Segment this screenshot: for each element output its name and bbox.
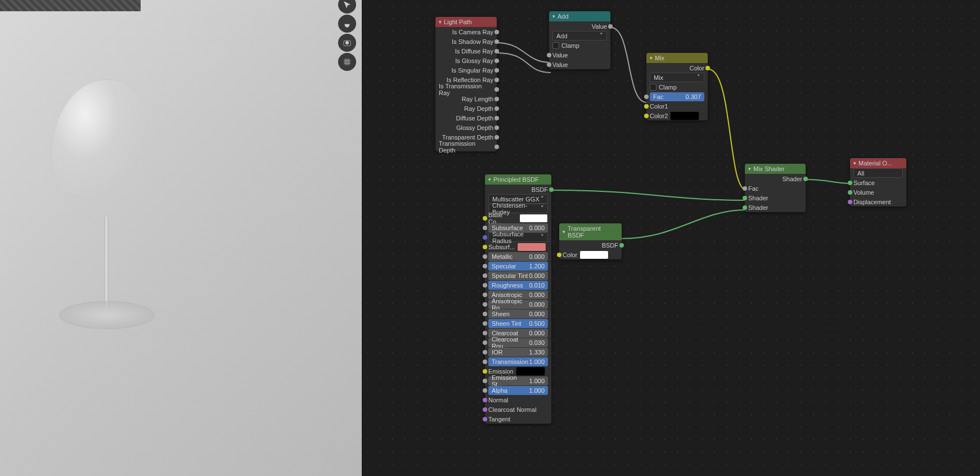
output-socket[interactable]: Is Transmission Ray bbox=[435, 84, 497, 94]
input-sheen[interactable]: Sheen0.000 bbox=[485, 309, 551, 318]
output-value: Value bbox=[549, 21, 610, 31]
output-socket[interactable]: Is Singular Ray bbox=[435, 65, 497, 75]
input-specular[interactable]: Specular1.200 bbox=[485, 261, 551, 271]
input-fac[interactable]: Fac bbox=[745, 183, 806, 193]
input-displacement[interactable]: Displacement bbox=[850, 197, 906, 206]
output-socket[interactable]: Is Diffuse Ray bbox=[435, 46, 497, 56]
output-bsdf: BSDF bbox=[485, 185, 551, 194]
node-material-output[interactable]: ▾Material O... All Surface Volume Displa… bbox=[850, 158, 906, 206]
input-subsurface-radius[interactable]: Subsurface Radius˅ bbox=[485, 232, 551, 242]
output-bsdf: BSDF bbox=[559, 240, 622, 250]
input-anisotropic-ro-[interactable]: Anisotropic Ro...0.000 bbox=[485, 299, 551, 309]
input-specular-tint[interactable]: Specular Tint0.000 bbox=[485, 271, 551, 280]
input-sheen-tint[interactable]: Sheen Tint0.500 bbox=[485, 318, 551, 328]
input-volume[interactable]: Volume bbox=[850, 187, 906, 197]
camera-tool-icon[interactable] bbox=[338, 34, 356, 52]
grid-tool-icon[interactable] bbox=[338, 53, 356, 71]
node-header[interactable]: ▾Light Path bbox=[435, 17, 497, 27]
input-shader-1[interactable]: Shader bbox=[745, 193, 806, 203]
node-header[interactable]: ▾Mix bbox=[646, 53, 708, 63]
input-surface[interactable]: Surface bbox=[850, 178, 906, 187]
node-editor[interactable]: ▾Light Path Is Camera RayIs Shadow RayIs… bbox=[362, 0, 980, 476]
input-value-1[interactable]: Value bbox=[549, 50, 610, 60]
input-clearcoat-rou-[interactable]: Clearcoat Rou...0.030 bbox=[485, 338, 551, 347]
input-normal[interactable]: Normal bbox=[485, 395, 551, 405]
input-ior[interactable]: IOR1.330 bbox=[485, 347, 551, 357]
output-socket[interactable]: Ray Depth bbox=[435, 104, 497, 113]
chevron-down-icon: ▾ bbox=[853, 160, 856, 166]
input-value-2[interactable]: Value bbox=[549, 60, 610, 69]
input-roughness[interactable]: Roughness0.010 bbox=[485, 280, 551, 290]
node-mix-shader[interactable]: ▾Mix Shader Shader Fac Shader Shader bbox=[745, 164, 806, 212]
node-principled-bsdf[interactable]: ▾Principled BSDF BSDF Multiscatter GGX˅ … bbox=[485, 174, 551, 424]
output-shader: Shader bbox=[745, 174, 806, 183]
input-base-color[interactable]: Base Co... bbox=[485, 213, 551, 223]
input-transmission[interactable]: Transmission1.000 bbox=[485, 357, 551, 366]
chevron-down-icon: ▾ bbox=[552, 14, 555, 19]
chevron-down-icon: ▾ bbox=[488, 177, 491, 182]
input-alpha[interactable]: Alpha1.000 bbox=[485, 385, 551, 395]
chevron-down-icon: ▾ bbox=[439, 19, 442, 25]
input-fac[interactable]: Fac0.307 bbox=[646, 92, 708, 101]
hand-tool-icon[interactable] bbox=[338, 15, 356, 33]
output-socket[interactable]: Diffuse Depth bbox=[435, 113, 497, 123]
node-header[interactable]: ▾Principled BSDF bbox=[485, 174, 551, 185]
node-header[interactable]: ▾Material O... bbox=[850, 158, 906, 168]
chevron-down-icon: ▾ bbox=[748, 166, 751, 172]
input-color1[interactable]: Color1 bbox=[646, 101, 708, 111]
node-header[interactable]: ▾Mix Shader bbox=[745, 164, 806, 174]
output-socket[interactable]: Ray Length bbox=[435, 94, 497, 104]
input-shader-2[interactable]: Shader bbox=[745, 203, 806, 212]
target-dropdown[interactable]: All bbox=[850, 168, 906, 178]
node-light-path[interactable]: ▾Light Path Is Camera RayIs Shadow RayIs… bbox=[435, 17, 497, 151]
node-header[interactable]: ▾Transparent BSDF bbox=[559, 223, 622, 240]
input-clearcoat-normal[interactable]: Clearcoat Normal bbox=[485, 405, 551, 414]
chevron-down-icon: ▾ bbox=[563, 229, 565, 235]
output-socket[interactable]: Transmission Depth bbox=[435, 142, 497, 151]
input-color2[interactable]: Color2 bbox=[646, 111, 708, 120]
wine-glass-render bbox=[45, 79, 169, 349]
input-color[interactable]: Color bbox=[559, 250, 622, 259]
node-math-add[interactable]: ▾Add Value Add˅ Clamp Value Value bbox=[549, 11, 610, 69]
output-socket[interactable]: Is Camera Ray bbox=[435, 27, 497, 37]
viewport-3d[interactable] bbox=[0, 0, 362, 476]
node-transparent-bsdf[interactable]: ▾Transparent BSDF BSDF Color bbox=[559, 223, 622, 259]
output-socket[interactable]: Glossy Depth bbox=[435, 123, 497, 132]
blend-dropdown[interactable]: Mix˅ bbox=[646, 73, 708, 82]
clamp-checkbox[interactable]: Clamp bbox=[646, 82, 708, 92]
output-color: Color bbox=[646, 63, 708, 73]
svg-point-0 bbox=[345, 41, 349, 44]
node-header[interactable]: ▾Add bbox=[549, 11, 610, 21]
input-metallic[interactable]: Metallic0.000 bbox=[485, 252, 551, 261]
cursor-tool-icon[interactable] bbox=[338, 0, 356, 14]
input-emission-strength[interactable]: Emission St...1.000 bbox=[485, 376, 551, 385]
output-socket[interactable]: Is Shadow Ray bbox=[435, 37, 497, 46]
clamp-checkbox[interactable]: Clamp bbox=[549, 41, 610, 50]
chevron-down-icon: ▾ bbox=[650, 55, 653, 61]
input-subsurf-[interactable]: Subsurf... bbox=[485, 242, 551, 252]
mode-dropdown[interactable]: Add˅ bbox=[549, 31, 610, 41]
output-socket[interactable]: Is Glossy Ray bbox=[435, 56, 497, 65]
input-tangent[interactable]: Tangent bbox=[485, 414, 551, 424]
node-mix-rgb[interactable]: ▾Mix Color Mix˅ Clamp Fac0.307 Color1 Co… bbox=[646, 53, 708, 120]
